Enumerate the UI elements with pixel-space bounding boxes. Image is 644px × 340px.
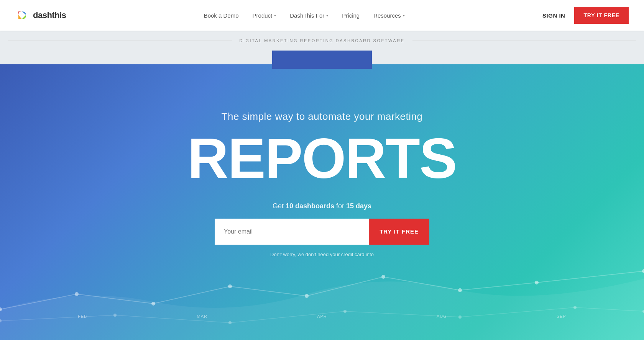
nav-dashthis-for[interactable]: DashThis For ▾ — [290, 12, 328, 19]
axis-mar: MAR — [197, 314, 207, 319]
logo-text: dashthis — [33, 10, 66, 20]
dashthis-for-chevron-icon: ▾ — [326, 13, 328, 18]
nav-product[interactable]: Product ▾ — [253, 12, 276, 19]
email-input[interactable] — [215, 219, 369, 245]
hero-title: REPORTS — [187, 130, 456, 187]
try-free-hero-button[interactable]: TRY IT FREE — [369, 219, 429, 245]
hero-content: The simple way to automate your marketin… — [0, 51, 644, 340]
sign-in-button[interactable]: SIGN IN — [542, 12, 565, 19]
tagline-text: DIGITAL MARKETING REPORTING DASHBOARD SO… — [240, 38, 405, 43]
axis-labels: FEB MAR APR AUG SEP — [0, 314, 644, 319]
header: dashthis Book a Demo Product ▾ DashThis … — [0, 0, 644, 31]
hero-disclaimer: Don't worry, we don't need your credit c… — [270, 252, 374, 257]
header-right: SIGN IN TRY IT FREE — [542, 7, 629, 24]
axis-feb: FEB — [78, 314, 87, 319]
logo-icon — [15, 8, 29, 22]
try-free-header-button[interactable]: TRY IT FREE — [574, 7, 629, 24]
axis-sep: SEP — [557, 314, 566, 319]
nav-pricing[interactable]: Pricing — [342, 12, 360, 19]
axis-apr: APR — [317, 314, 327, 319]
axis-aug: AUG — [437, 314, 447, 319]
hero-signup-form: TRY IT FREE — [215, 219, 429, 245]
hero-cta-description: Get 10 dashboards for 15 days — [273, 202, 371, 210]
hero-section: FEB MAR APR AUG SEP The simple way to au… — [0, 51, 644, 340]
nav-resources[interactable]: Resources ▾ — [373, 12, 405, 19]
resources-chevron-icon: ▾ — [403, 13, 405, 18]
tagline-strip: DIGITAL MARKETING REPORTING DASHBOARD SO… — [0, 31, 644, 51]
hero-subtitle: The simple way to automate your marketin… — [222, 111, 423, 123]
logo[interactable]: dashthis — [15, 8, 66, 22]
main-nav: Book a Demo Product ▾ DashThis For ▾ Pri… — [204, 12, 405, 19]
nav-book-demo[interactable]: Book a Demo — [204, 12, 239, 19]
product-chevron-icon: ▾ — [274, 13, 276, 18]
